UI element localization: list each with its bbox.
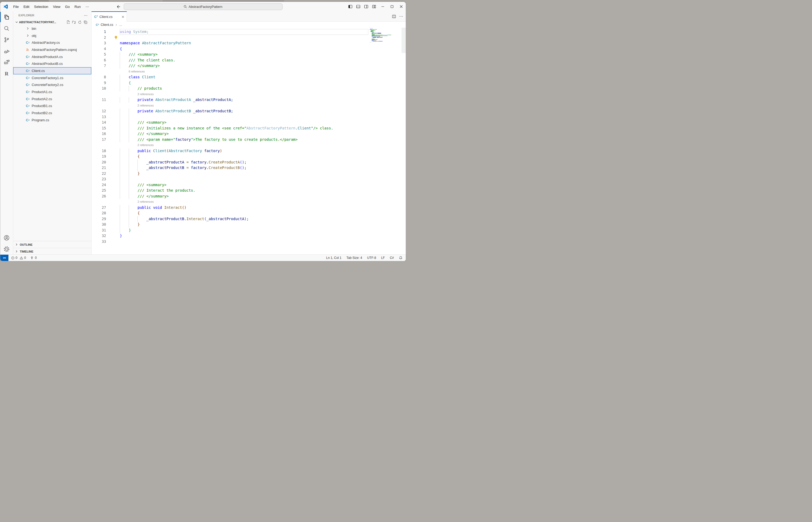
code-editor[interactable]: 1using System;23namespace AbstractFactor… [92,28,406,255]
line-content[interactable]: public Client(AbstractFactory factory) [120,148,222,154]
toggle-panel-icon[interactable] [354,2,362,11]
menu-view[interactable]: View [51,4,63,10]
menu-run[interactable]: Run [72,4,83,10]
status-cursor-position[interactable]: Ln 1, Col 1 [326,256,341,260]
activity-r-language[interactable]: R [0,68,13,79]
codelens-references[interactable]: 2 references [137,199,154,205]
codelens-references[interactable]: 2 references [137,142,154,148]
line-content[interactable]: using System; [120,29,368,35]
file-item-obj[interactable]: obj [13,32,91,39]
menu-file[interactable]: File [11,4,21,10]
status-eol[interactable]: LF [381,256,385,260]
tab-client-cs[interactable]: C# Client.cs [92,11,127,22]
explorer-more-icon[interactable]: ⋯ [84,13,88,17]
line-content[interactable]: } [120,171,140,177]
line-content[interactable]: /// The client class. [120,58,175,63]
line-content[interactable]: { [120,154,140,160]
toggle-secondary-sidebar-icon[interactable] [362,2,370,11]
line-content[interactable]: /// <summary> [120,182,167,188]
line-content[interactable]: } [120,227,131,233]
line-content[interactable]: /// <param name="factory">The factory to… [120,137,297,143]
line-content[interactable]: class Client [120,74,155,80]
line-content[interactable]: _abstractProductA = factory.CreateProduc… [120,160,246,165]
menu-edit[interactable]: Edit [21,4,32,10]
line-content[interactable]: // products [120,86,162,92]
file-item-abstractfactory-cs[interactable]: C#AbstractFactory.cs [13,39,91,46]
codelens-references[interactable]: 2 references [137,103,154,108]
line-content[interactable]: /// </summary> [120,194,169,199]
file-item-concretefactory2-cs[interactable]: C#ConcreteFactory2.cs [13,81,91,88]
breadcrumb-more[interactable]: ... [119,23,122,27]
line-content[interactable]: /// Interact the products. [120,188,195,194]
new-folder-icon[interactable] [72,20,76,24]
breadcrumb-file[interactable]: Client.cs [100,23,113,27]
file-item-program-cs[interactable]: C#Program.cs [13,117,91,124]
file-item-productb1-cs[interactable]: C#ProductB1.cs [13,103,91,110]
file-label: AbstractProductB.cs [32,62,63,66]
menu-more-icon[interactable]: ⋯ [83,4,91,10]
line-content[interactable]: } [120,233,122,239]
file-item-producta1-cs[interactable]: C#ProductA1.cs [13,88,91,96]
line-content[interactable]: _abstractProductB.Interact(_abstractProd… [120,216,249,222]
line-content[interactable]: { [120,80,131,86]
command-center-search[interactable]: AbstractFactoryPattern [124,3,283,10]
codelens-references[interactable]: 2 references [137,92,154,97]
file-item-abstractproductb-cs[interactable]: C#AbstractProductB.cs [13,60,91,67]
file-item-concretefactory1-cs[interactable]: C#ConcreteFactory1.cs [13,74,91,81]
line-content[interactable]: private AbstractProductB _abstractProduc… [120,108,233,114]
new-file-icon[interactable] [66,20,70,24]
back-icon[interactable] [117,5,120,9]
minimize-button[interactable] [378,2,387,11]
file-item-abstractproducta-cs[interactable]: C#AbstractProductA.cs [13,53,91,60]
close-button[interactable] [397,2,406,11]
activity-run-debug[interactable] [0,45,13,57]
remote-indicator[interactable]: >< [0,255,8,261]
activity-settings[interactable] [0,243,13,255]
activity-extensions[interactable] [0,57,13,68]
line-content[interactable]: } [120,222,140,227]
editor-more-icon[interactable]: ⋯ [399,14,403,19]
line-content[interactable]: { [120,210,140,216]
line-content[interactable]: public void Interact() [120,205,187,210]
file-item-productb2-cs[interactable]: C#ProductB2.cs [13,109,91,117]
split-editor-icon[interactable] [392,15,396,18]
file-item-producta2-cs[interactable]: C#ProductA2.cs [13,96,91,103]
status-encoding[interactable]: UTF-8 [367,256,376,260]
status-tab-size[interactable]: Tab Size: 4 [346,256,362,260]
activity-accounts[interactable] [0,232,13,243]
lightbulb-icon[interactable] [114,36,118,40]
line-content[interactable]: { [120,46,122,52]
menu-selection[interactable]: Selection [32,4,51,10]
close-tab-icon[interactable] [121,15,124,18]
line-content[interactable]: _abstractProductB = factory.CreateProduc… [120,165,246,171]
activity-explorer[interactable] [0,11,13,23]
ports-status[interactable]: 0 [30,256,37,260]
activity-source-control[interactable] [0,34,13,45]
panel-timeline[interactable]: TIMELINE [13,248,91,255]
codelens-references[interactable]: 6 references [129,69,145,75]
menu-go[interactable]: Go [63,4,72,10]
collapse-all-icon[interactable] [84,20,88,24]
file-item-client-cs[interactable]: C#Client.cs [13,67,91,74]
minimap[interactable] [370,28,397,43]
scrollbar-slider[interactable] [402,28,406,53]
panel-outline[interactable]: OUTLINE [13,241,91,248]
problems-status[interactable]: 0 0 [11,256,26,260]
line-content[interactable]: /// </summary> [120,131,169,137]
toggle-primary-sidebar-icon[interactable] [346,2,354,11]
refresh-icon[interactable] [78,20,82,24]
line-content[interactable]: /// </summary> [120,63,160,69]
line-content[interactable]: namespace AbstractFactoryPattern [120,40,191,46]
notifications-bell-icon[interactable] [399,256,403,260]
customize-layout-icon[interactable] [370,2,378,11]
activity-search[interactable] [0,23,13,34]
maximize-button[interactable] [387,2,397,11]
line-content[interactable]: private AbstractProductA _abstractProduc… [120,97,233,103]
file-item-bin[interactable]: bin [13,25,91,32]
line-content[interactable]: /// <summary> [120,120,167,125]
line-content[interactable]: /// <summary> [120,52,157,58]
file-item-abstractfactorypattern-csproj[interactable]: AbstractFactoryPattern.csproj [13,46,91,53]
status-language-mode[interactable]: C# [390,256,394,260]
workspace-section-header[interactable]: ABSTRACTFACTORYPAT... [13,19,91,25]
line-content[interactable]: /// Initializes a new instance of the <s… [120,125,333,131]
